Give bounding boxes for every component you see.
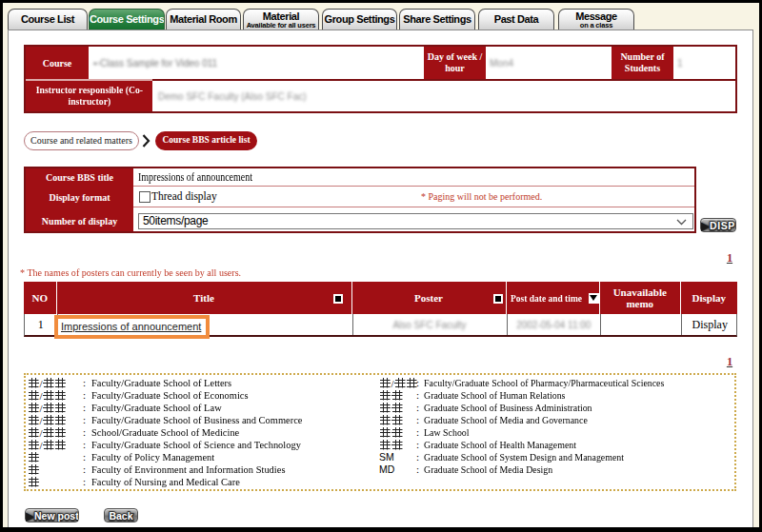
svg-text:DISP: DISP <box>710 220 735 231</box>
svg-text:Back: Back <box>109 510 132 522</box>
svg-text:▶: ▶ <box>26 510 34 522</box>
svg-text:New post: New post <box>34 510 78 522</box>
svg-text:▶: ▶ <box>701 220 710 231</box>
